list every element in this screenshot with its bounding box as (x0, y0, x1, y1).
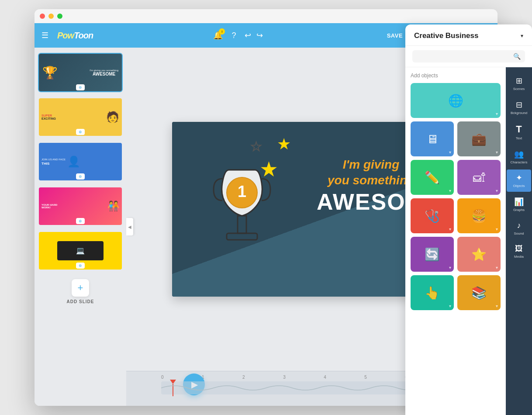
main-content: 🏆 I'm giving you something AWESOME ⊕ (35, 48, 497, 406)
object-card-pen[interactable]: ✏️ ▾ (411, 160, 454, 195)
svg-rect-0 (238, 216, 246, 233)
panel-title: Creative Business (414, 31, 478, 40)
trophy-container: 1 1 (198, 157, 286, 272)
star-outline-1: ★ (251, 139, 262, 154)
pen-icon: ✏️ (425, 170, 440, 185)
add-slide-icon: + (72, 279, 89, 297)
card-arrow-4a: ▾ (449, 227, 451, 232)
card-arrow-6a: ▾ (449, 304, 451, 308)
slide-item-3[interactable]: JOIN US AND FACE THIS 👤 ⊕ (38, 142, 123, 181)
panel-header: Creative Business ▾ (405, 24, 497, 46)
undo-icon[interactable]: ↩ (245, 31, 251, 40)
objects-row-4: 🩺 ▾ 🍔 ▾ (411, 198, 497, 233)
svg-rect-1 (227, 233, 257, 240)
object-card-monitor[interactable]: 🖥 ▾ (411, 121, 454, 156)
right-panel: Creative Business ▾ 🔍 Add objects 🌐 ▾ (405, 24, 497, 406)
notifications-icon[interactable]: 🔔 ! (213, 31, 223, 40)
redo-icon[interactable]: ↪ (256, 31, 263, 40)
slide-copy-btn-2[interactable]: ⊕ (76, 129, 85, 135)
menu-icon[interactable]: ☰ (41, 31, 48, 40)
card-arrow-3a: ▾ (449, 188, 451, 193)
object-card-couch[interactable]: 🛋 ▾ (457, 160, 497, 195)
app-window: ☰ PowToon 🔔 ! ? ↩ ↪ SAVE PREVIEW EXPORT … (35, 9, 497, 406)
card-arrow-2a: ▾ (449, 150, 451, 155)
object-card-recycle[interactable]: 🔄 ▾ (411, 237, 454, 272)
card-arrow-2b: ▾ (496, 150, 497, 155)
close-dot[interactable] (40, 14, 45, 19)
save-button[interactable]: SAVE (383, 31, 406, 41)
objects-row-5: 🔄 ▾ ⭐ ▾ (411, 237, 497, 272)
star-gold-top: ★ (277, 135, 291, 153)
card-arrow-4b: ▾ (496, 227, 497, 232)
slide-item-4[interactable]: YOUR HARD WORK! 🧑‍🤝‍🧑 ⊕ (38, 187, 123, 226)
star-list-icon: ⭐ (471, 247, 487, 262)
recycle-icon: 🔄 (425, 247, 440, 262)
object-card-burger[interactable]: 🍔 ▾ (457, 198, 497, 233)
search-input-wrapper: 🔍 (412, 50, 497, 62)
object-card-hand[interactable]: 👆 ▾ (411, 275, 454, 310)
object-card-globe[interactable]: 🌐 ▾ (411, 83, 497, 118)
search-bar: 🔍 (405, 46, 497, 67)
objects-grid: Add objects 🌐 ▾ 🖥 ▾ (405, 67, 497, 406)
object-card-stethoscope[interactable]: 🩺 ▾ (411, 198, 454, 233)
minimize-dot[interactable] (48, 14, 54, 19)
slide-copy-btn-1[interactable]: ⊕ (76, 84, 85, 90)
slide-copy-btn-3[interactable]: ⊕ (76, 173, 85, 180)
svg-text:1: 1 (238, 183, 246, 201)
globe-icon: 🌐 (448, 93, 463, 108)
card-arrow-5a: ▾ (449, 265, 451, 270)
slide-item-1[interactable]: 🏆 I'm giving you something AWESOME ⊕ (38, 53, 123, 92)
panel-content: Add objects 🌐 ▾ 🖥 ▾ (405, 67, 497, 406)
objects-row-2: 🖥 ▾ 💼 ▾ (411, 121, 497, 156)
object-card-books[interactable]: 📚 ▾ (457, 275, 497, 310)
slide-copy-btn-4[interactable]: ⊕ (76, 218, 85, 224)
stethoscope-icon: 🩺 (425, 209, 440, 223)
monitor-icon: 🖥 (426, 132, 439, 146)
object-card-star-list[interactable]: ⭐ ▾ (457, 237, 497, 272)
couch-icon: 🛋 (473, 170, 485, 185)
slide-item-5[interactable]: 💻 ⊕ (38, 231, 123, 270)
add-slide-button[interactable]: + ADD SLIDE (38, 279, 123, 304)
briefcase-icon: 💼 (471, 132, 487, 146)
objects-row-6: 👆 ▾ 📚 ▾ (411, 275, 497, 310)
app-logo: PowToon (57, 31, 93, 41)
card-arrow-3b: ▾ (496, 188, 497, 193)
objects-row-1: 🌐 ▾ (411, 83, 497, 118)
object-card-briefcase[interactable]: 💼 ▾ (457, 121, 497, 156)
slides-panel: 🏆 I'm giving you something AWESOME ⊕ (35, 48, 126, 406)
card-arrow-6b: ▾ (496, 304, 497, 308)
objects-row-3: ✏️ ▾ 🛋 ▾ (411, 160, 497, 195)
help-icon[interactable]: ? (231, 31, 236, 40)
slide-item-2[interactable]: SUPER EXCITING 🧑 ⊕ (38, 97, 123, 137)
search-input[interactable] (417, 53, 497, 60)
hand-icon: 👆 (425, 286, 440, 300)
card-arrow-5b: ▾ (496, 265, 497, 270)
card-arrow-1: ▾ (496, 111, 497, 116)
title-bar (35, 9, 497, 23)
maximize-dot[interactable] (57, 14, 62, 19)
add-slide-label: ADD SLIDE (67, 299, 94, 304)
books-icon: 📚 (471, 286, 487, 300)
slide-copy-btn-5[interactable]: ⊕ (76, 263, 85, 269)
add-objects-label: Add objects (411, 73, 497, 79)
burger-icon: 🍔 (471, 209, 487, 223)
